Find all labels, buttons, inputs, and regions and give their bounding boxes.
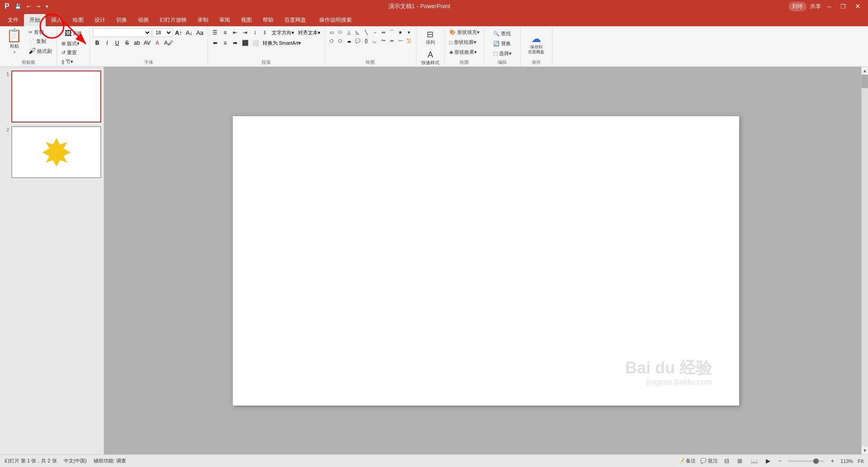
- zoom-slider[interactable]: [788, 460, 824, 462]
- slide-sorter-btn[interactable]: ⊞: [736, 457, 744, 465]
- tab-baidunetdisk[interactable]: 百度网盘: [279, 14, 311, 26]
- decrease-font-btn[interactable]: A↓: [184, 28, 194, 37]
- restore-btn[interactable]: ❐: [838, 2, 849, 11]
- tab-file[interactable]: 文件: [2, 14, 24, 26]
- scroll-up-btn[interactable]: ▲: [861, 67, 868, 75]
- distributed-btn[interactable]: ⬜: [251, 38, 260, 47]
- shape-callout[interactable]: 💬: [354, 37, 362, 45]
- copy-btn[interactable]: 📄 复制: [27, 37, 54, 46]
- font-highlight-btn[interactable]: A🖊: [163, 38, 175, 47]
- justify-btn[interactable]: ⬛: [241, 38, 250, 47]
- bullet-list-btn[interactable]: ☰: [211, 28, 220, 37]
- char-spacing-btn[interactable]: AV: [142, 38, 152, 47]
- replace-btn[interactable]: 🔄 替换: [491, 39, 513, 48]
- arrange-btn[interactable]: ⊟ 排列: [422, 28, 439, 47]
- align-text-btn[interactable]: 对齐文本▾: [297, 28, 322, 37]
- accessibility[interactable]: 辅助功能: 调查: [94, 458, 126, 464]
- slideshow-view-btn[interactable]: ▶: [764, 457, 772, 465]
- format-painter-btn[interactable]: 🖌 格式刷: [27, 46, 54, 56]
- slide-item-1[interactable]: 1: [2, 71, 101, 123]
- shape-freeform[interactable]: ✏: [388, 37, 396, 45]
- shape-hex[interactable]: ⬡: [336, 37, 344, 45]
- find-btn[interactable]: 🔍 查找: [491, 29, 513, 38]
- shape-dblrarr[interactable]: ⇔: [379, 28, 387, 36]
- convert-smartart-btn[interactable]: 转换为 SmartArt▾: [261, 39, 302, 47]
- clear-format-btn[interactable]: Aa: [195, 28, 205, 37]
- zoom-in-btn[interactable]: +: [829, 457, 836, 465]
- fit-btn[interactable]: FIt: [858, 458, 863, 464]
- align-center-btn[interactable]: ≡: [221, 38, 230, 47]
- scroll-track[interactable]: [862, 75, 868, 447]
- tab-transition[interactable]: 切换: [111, 14, 132, 26]
- quick-styles-btn[interactable]: A 快速样式: [419, 49, 442, 67]
- shape-brace[interactable]: {}: [362, 37, 370, 45]
- share-btn[interactable]: 共享: [810, 3, 821, 10]
- tab-help[interactable]: 帮助: [257, 14, 279, 26]
- zoom-handle[interactable]: [813, 458, 819, 464]
- minimize-btn[interactable]: ─: [825, 2, 834, 11]
- shape-fill-btn[interactable]: 🎨 形状填充▾: [448, 28, 481, 37]
- slide-thumb-1[interactable]: [11, 71, 101, 123]
- shape-star[interactable]: ★: [396, 28, 405, 36]
- shadow-btn[interactable]: ab: [132, 38, 142, 47]
- tab-insert[interactable]: 插入: [46, 14, 67, 26]
- shape-arc[interactable]: ◡: [371, 37, 379, 45]
- shape-oval[interactable]: ⬭: [336, 28, 344, 36]
- align-right-btn[interactable]: ➡: [231, 38, 240, 47]
- slide-item-2[interactable]: 2: [2, 126, 101, 178]
- shape-pent[interactable]: ⬠: [328, 37, 336, 45]
- text-direction-btn[interactable]: 文字方向▾: [270, 28, 296, 37]
- redo-btn[interactable]: ↪: [34, 3, 42, 10]
- decrease-indent-btn[interactable]: ⇤: [231, 28, 240, 37]
- tab-design[interactable]: 设计: [89, 14, 111, 26]
- tab-slideshow[interactable]: 幻灯片放映: [154, 14, 192, 26]
- font-color-btn[interactable]: A: [153, 38, 162, 47]
- layout-btn[interactable]: ⊞ 版式▾: [60, 39, 87, 48]
- undo-btn[interactable]: ↩: [25, 3, 33, 10]
- italic-btn[interactable]: I: [103, 38, 112, 47]
- bold-btn[interactable]: B: [93, 38, 102, 47]
- col-btn[interactable]: ⫴: [260, 28, 269, 37]
- shape-rtri[interactable]: ◺: [354, 28, 362, 36]
- tab-home[interactable]: 开始: [24, 14, 46, 26]
- new-slide-btn[interactable]: 🖼 新建: [60, 28, 87, 39]
- align-left-btn[interactable]: ⬅: [211, 38, 220, 47]
- reset-btn[interactable]: ↺ 重置: [60, 48, 87, 57]
- slide-thumb-2[interactable]: [11, 126, 101, 178]
- slide-canvas[interactable]: Bai du 经验 jingyan.baidu.com: [233, 116, 739, 406]
- underline-btn[interactable]: U: [113, 38, 122, 47]
- shape-effect-btn[interactable]: ◈ 形状效果▾: [448, 48, 479, 57]
- shape-wavy[interactable]: 〜: [379, 37, 387, 45]
- scroll-down-btn[interactable]: ▼: [861, 447, 868, 454]
- reading-view-btn[interactable]: 📖: [749, 457, 760, 465]
- shape-more[interactable]: ▾: [405, 28, 413, 36]
- save-baidu-btn[interactable]: ☁ 保存到百度网盘: [526, 32, 547, 56]
- numbered-list-btn[interactable]: ≡: [221, 28, 230, 37]
- zoom-out-btn[interactable]: −: [777, 457, 784, 465]
- customize-btn[interactable]: ▾: [44, 3, 50, 10]
- save-quick-btn[interactable]: 💾: [13, 3, 23, 10]
- zoom-level[interactable]: 113%: [840, 458, 853, 464]
- font-size-select[interactable]: 18: [152, 28, 173, 37]
- comments-btn[interactable]: 💬 批注: [700, 458, 718, 464]
- increase-indent-btn[interactable]: ⇥: [241, 28, 250, 37]
- select-btn[interactable]: ⬚ 选择▾: [491, 49, 514, 58]
- shape-curve[interactable]: ⌒: [388, 28, 396, 36]
- shape-rect[interactable]: ▭: [328, 28, 336, 36]
- increase-font-btn[interactable]: A↑: [174, 28, 184, 37]
- shape-scroll[interactable]: 📜: [405, 37, 413, 45]
- shape-arrow[interactable]: →: [371, 28, 379, 36]
- cut-btn[interactable]: ✂ 剪切: [27, 28, 54, 37]
- tab-search[interactable]: 操作说明搜索: [314, 14, 357, 26]
- tab-record[interactable]: 录制: [192, 14, 214, 26]
- tab-draw[interactable]: 绘图: [67, 14, 89, 26]
- line-spacing-btn[interactable]: ↕: [250, 28, 259, 37]
- tab-review[interactable]: 审阅: [214, 14, 236, 26]
- section-btn[interactable]: § 节▾: [60, 57, 87, 66]
- close-btn[interactable]: ✕: [852, 1, 863, 11]
- notes-btn[interactable]: 📝 备注: [678, 458, 696, 464]
- shape-outline-btn[interactable]: □ 形状轮廓▾: [448, 38, 478, 47]
- scroll-thumb[interactable]: [862, 75, 868, 88]
- shape-line[interactable]: ╲: [362, 28, 370, 36]
- paste-btn[interactable]: 📋 粘贴 ▾: [3, 28, 26, 56]
